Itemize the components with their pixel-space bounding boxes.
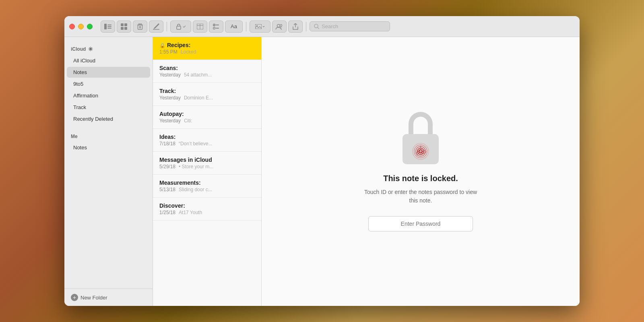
compose-button[interactable] (149, 21, 163, 33)
sidebar-item-notes[interactable]: Notes (67, 67, 150, 78)
svg-line-26 (318, 27, 319, 29)
note-preview: Citi: (184, 118, 192, 124)
toolbar-separator-2 (246, 22, 246, 31)
note-preview: At17 Youth (179, 210, 202, 215)
svg-rect-11 (139, 26, 140, 28)
svg-rect-12 (140, 26, 141, 28)
note-date: Yesterday (159, 95, 181, 101)
sidebar-item-recently-deleted[interactable]: Recently Deleted (67, 114, 150, 124)
note-meta: 7/18/18“Don’t believe... (159, 141, 255, 147)
note-title: 🔒Recipes: (159, 42, 255, 48)
toolbar-separator-1 (167, 22, 167, 31)
grid-view-button[interactable] (117, 21, 131, 33)
media-button[interactable] (250, 21, 270, 33)
note-item[interactable]: Scans:Yesterday54 attachm... (153, 60, 261, 83)
search-placeholder: Search (322, 23, 338, 29)
lock-graphic (396, 112, 445, 164)
icloud-label: iCloud (71, 46, 86, 52)
lock-button[interactable] (170, 21, 191, 33)
icloud-header: iCloud ✳ (64, 43, 153, 55)
note-meta: 1:55 PMLocked (159, 49, 255, 55)
note-item[interactable]: Ideas:7/18/18“Don’t believe... (153, 129, 261, 152)
sidebar: iCloud ✳ All iCloud Notes 9to5 Affirmati… (64, 37, 153, 306)
svg-rect-9 (139, 23, 141, 25)
password-input[interactable] (368, 216, 473, 231)
minimize-button[interactable] (78, 24, 84, 29)
note-title: Ideas: (159, 134, 255, 140)
note-item[interactable]: 🔒Recipes:1:55 PMLocked (153, 37, 261, 60)
main-content: iCloud ✳ All iCloud Notes 9to5 Affirmati… (64, 37, 580, 306)
note-title: Autopay: (159, 111, 255, 117)
note-meta: YesterdayCiti: (159, 118, 255, 124)
svg-rect-2 (107, 26, 111, 27)
note-date: 5/29/18 (159, 164, 175, 169)
sidebar-item-affirmation[interactable]: Affirmation (67, 90, 150, 101)
note-title: Track: (159, 88, 255, 94)
titlebar: Aa (64, 16, 580, 37)
note-meta: Yesterday54 attachm... (159, 72, 255, 78)
note-item[interactable]: Track:YesterdayDominion E... (153, 83, 261, 106)
svg-point-25 (314, 24, 318, 28)
delete-button[interactable] (133, 21, 147, 33)
sidebar-item-all-icloud[interactable]: All iCloud (67, 55, 150, 66)
locked-subtitle: Touch ID or enter the notes password to … (364, 188, 477, 205)
note-date: 1:55 PM (159, 49, 178, 55)
svg-point-24 (280, 24, 282, 26)
note-date: 7/18/18 (159, 141, 175, 147)
sidebar-item-me-notes[interactable]: Notes (67, 142, 150, 153)
svg-rect-0 (104, 24, 107, 29)
toolbar: Aa (101, 21, 575, 33)
table-button[interactable] (193, 21, 207, 33)
me-header: Me (64, 131, 153, 142)
icloud-spinner: ✳ (88, 46, 93, 52)
note-item[interactable]: Messages in iCloud5/29/18• Store your m.… (153, 152, 261, 175)
share-button[interactable] (288, 21, 303, 33)
note-detail: This note is locked. Touch ID or enter t… (262, 37, 580, 306)
svg-point-23 (277, 24, 280, 27)
note-meta: 1/25/18At17 Youth (159, 210, 255, 215)
note-item[interactable]: Measurements:5/13/18Sliding door c... (153, 175, 261, 198)
lock-icon: 🔒 (159, 43, 165, 48)
search-bar[interactable]: Search (310, 21, 390, 31)
note-preview: “Don’t believe... (179, 141, 212, 147)
note-date: Yesterday (159, 118, 181, 124)
svg-rect-4 (121, 23, 124, 26)
locked-title: This note is locked. (383, 174, 458, 183)
me-label: Me (71, 134, 78, 139)
svg-rect-7 (124, 27, 127, 30)
note-date: Yesterday (159, 72, 181, 78)
svg-rect-20 (216, 28, 219, 29)
svg-rect-1 (107, 25, 111, 25)
notes-list[interactable]: 🔒Recipes:1:55 PMLockedScans:Yesterday54 … (153, 37, 262, 306)
sidebar-item-9to5[interactable]: 9to5 (67, 78, 150, 89)
note-item[interactable]: Discover:1/25/18At17 Youth (153, 198, 261, 221)
note-preview: Locked (181, 49, 196, 55)
svg-point-19 (213, 27, 215, 29)
sidebar-toggle-button[interactable] (101, 21, 115, 33)
note-title: Messages in iCloud (159, 157, 255, 163)
traffic-lights (69, 24, 93, 29)
note-date: 1/25/18 (159, 210, 175, 215)
font-button[interactable]: Aa (225, 21, 243, 33)
svg-rect-3 (107, 28, 111, 29)
svg-rect-13 (177, 26, 181, 29)
note-preview: Sliding door c... (179, 187, 212, 192)
close-button[interactable] (69, 24, 75, 29)
svg-rect-6 (121, 27, 124, 30)
new-folder-button[interactable]: + New Folder (64, 289, 153, 306)
maximize-button[interactable] (87, 24, 93, 29)
note-date: 5/13/18 (159, 187, 175, 192)
checklist-button[interactable] (209, 21, 223, 33)
svg-rect-5 (124, 23, 127, 26)
note-meta: 5/13/18Sliding door c... (159, 187, 255, 192)
lock-body (402, 134, 439, 164)
lock-shackle (409, 112, 433, 134)
note-item[interactable]: Autopay:YesterdayCiti: (153, 106, 261, 129)
accounts-button[interactable] (272, 21, 287, 33)
notes-window: Aa (64, 16, 580, 306)
svg-rect-10 (138, 25, 142, 29)
sidebar-item-track[interactable]: Track (67, 102, 150, 113)
note-preview: 54 attachm... (184, 72, 212, 78)
me-section: Me Notes (64, 131, 153, 153)
note-preview: Dominion E... (184, 95, 213, 101)
